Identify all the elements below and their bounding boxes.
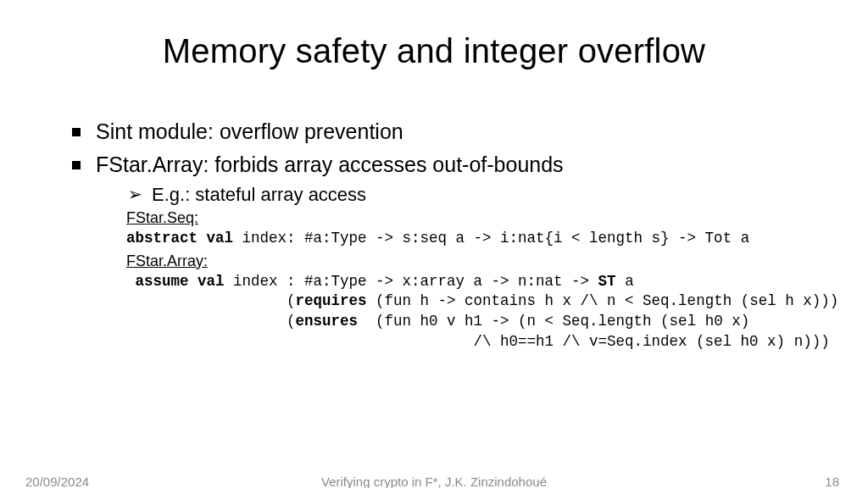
code-block: FStar.Seq: abstract val index: #a:Type -… xyxy=(96,209,821,352)
bullet-fstar-array-text: FStar.Array: forbids array accesses out-… xyxy=(96,152,564,176)
footer-page: 18 xyxy=(825,474,839,488)
label-fstar-array: FStar.Array: xyxy=(126,252,821,270)
label-fstar-seq: FStar.Seq: xyxy=(126,209,821,227)
sub-bullet-eg: E.g.: stateful array access xyxy=(128,184,821,206)
code-line-5: /\ h0==h1 /\ v=Seq.index (sel h0 x) n))) xyxy=(126,332,821,352)
code-line-4: (ensures (fun h0 v h1 -> (n < Seq.length… xyxy=(126,312,821,332)
slide-title: Memory safety and integer overflow xyxy=(47,32,821,70)
code-line-2: assume val index : #a:Type -> x:array a … xyxy=(126,272,821,292)
code-line-1: abstract val index: #a:Type -> s:seq a -… xyxy=(126,229,821,249)
bullet-sint: Sint module: overflow prevention xyxy=(72,119,821,144)
footer-title: Verifying crypto in F*, J.K. Zinzindohou… xyxy=(0,474,868,488)
bullet-fstar-array: FStar.Array: forbids array accesses out-… xyxy=(72,152,821,352)
code-line-3: (requires (fun h -> contains h x /\ n < … xyxy=(126,291,821,312)
